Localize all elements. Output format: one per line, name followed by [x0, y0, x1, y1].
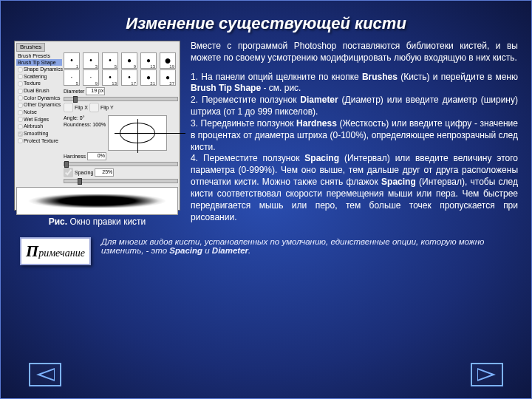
- panel-tab: Brushes: [16, 43, 45, 52]
- sidebar-item: Noise: [16, 109, 62, 116]
- svg-marker-0: [38, 369, 55, 381]
- flipy-check: [89, 103, 99, 112]
- sidebar-item: Smoothing: [16, 130, 62, 137]
- checkbox-icon: [18, 95, 23, 100]
- hardness-value: 0%: [87, 152, 106, 160]
- brush-tip: ●27: [160, 69, 176, 86]
- checkbox-icon: [18, 117, 23, 122]
- sidebar-item: Texture: [16, 80, 62, 87]
- note-text: Для многих видов кисти, установленных по…: [101, 237, 509, 255]
- brushes-panel-screenshot: Brushes Brush Presets Brush Tip Shape Sh…: [14, 41, 180, 211]
- brush-tip: •5: [102, 52, 118, 69]
- svg-marker-1: [477, 369, 494, 381]
- spacing-slider: [64, 179, 178, 183]
- diameter-slider: [64, 97, 178, 101]
- brush-tip: ∙5: [64, 69, 80, 86]
- sidebar-item-tipshape: Brush Tip Shape: [16, 59, 62, 66]
- checkbox-icon: [18, 103, 23, 108]
- checkbox-icon: [18, 132, 23, 137]
- checkbox-icon: [18, 124, 23, 129]
- angle-widget: [108, 115, 167, 151]
- brush-tip: ●9: [121, 52, 137, 69]
- sidebar-item-presets: Brush Presets: [16, 52, 62, 59]
- sidebar-item: Wet Edges: [16, 116, 62, 123]
- spacing-check: [64, 168, 73, 177]
- sidebar-item: Scattering: [16, 73, 62, 81]
- next-arrow-button[interactable]: [471, 363, 503, 386]
- arrow-right-icon: [477, 367, 497, 382]
- note-box: Примечание Для многих видов кисти, устан…: [1, 237, 531, 265]
- sidebar-item: Protect Texture: [16, 137, 62, 145]
- page-title: Изменение существующей кисти: [1, 14, 531, 33]
- checkbox-icon: [18, 89, 23, 94]
- checkbox-icon: [18, 74, 23, 79]
- sidebar-item: Dual Brush: [16, 87, 62, 95]
- brush-tip: •13: [102, 69, 118, 86]
- hardness-label: Hardness: [64, 154, 86, 159]
- brush-tip: •17: [121, 69, 137, 86]
- hardness-slider: [64, 162, 178, 166]
- figure-caption: Рис. Окно правки кисти: [14, 216, 180, 227]
- right-column: Вместе с программой Photoshop поставляют…: [191, 41, 518, 227]
- left-column: Brushes Brush Presets Brush Tip Shape Sh…: [14, 41, 180, 227]
- checkbox-icon: [18, 138, 23, 143]
- sidebar-item: Color Dynamics: [16, 95, 62, 102]
- brush-tip: ●13: [140, 52, 157, 69]
- spacing-value: 25%: [95, 168, 114, 177]
- panel-sidebar: Brush Presets Brush Tip Shape Shape Dyna…: [16, 52, 62, 185]
- checkbox-icon: [18, 67, 23, 72]
- prev-arrow-button[interactable]: [29, 363, 61, 386]
- brush-tip: ●19: [160, 52, 176, 69]
- intro-paragraph: Вместе с программой Photoshop поставляют…: [191, 41, 518, 64]
- sidebar-item: Airbrush: [16, 123, 62, 130]
- panel-main: •1 •3 •5 ●9 ●13 ●19 ∙5 ∙9 •13 •17 ●21 ●2…: [64, 52, 178, 185]
- brush-tip: •3: [83, 52, 99, 69]
- checkbox-icon: [18, 110, 23, 115]
- brush-preview: [16, 187, 178, 215]
- diameter-value: 19 px: [86, 87, 105, 95]
- steps-paragraph: 1. На панели опций щелкните по кнопке Br…: [191, 72, 518, 224]
- spacing-label: Spacing: [75, 170, 93, 175]
- diameter-label: Diameter: [64, 89, 84, 94]
- brush-tip: •1: [64, 52, 80, 69]
- panel-controls: Diameter19 px Flip X Flip Y Angle:0° Rou…: [64, 87, 178, 183]
- brush-tip: ●21: [140, 69, 157, 86]
- sidebar-item: Other Dynamics: [16, 101, 62, 109]
- checkbox-icon: [18, 81, 23, 86]
- arrow-left-icon: [35, 367, 55, 382]
- flipx-check: [64, 103, 73, 112]
- main-layout: Brushes Brush Presets Brush Tip Shape Sh…: [1, 33, 531, 227]
- brush-tip-grid: •1 •3 •5 ●9 ●13 ●19 ∙5 ∙9 •13 •17 ●21 ●2…: [64, 52, 178, 86]
- brush-tip: ∙9: [83, 69, 99, 86]
- nav-arrows: [1, 363, 531, 386]
- sidebar-item: Shape Dynamics: [16, 66, 62, 73]
- note-label: Примечание: [20, 237, 91, 265]
